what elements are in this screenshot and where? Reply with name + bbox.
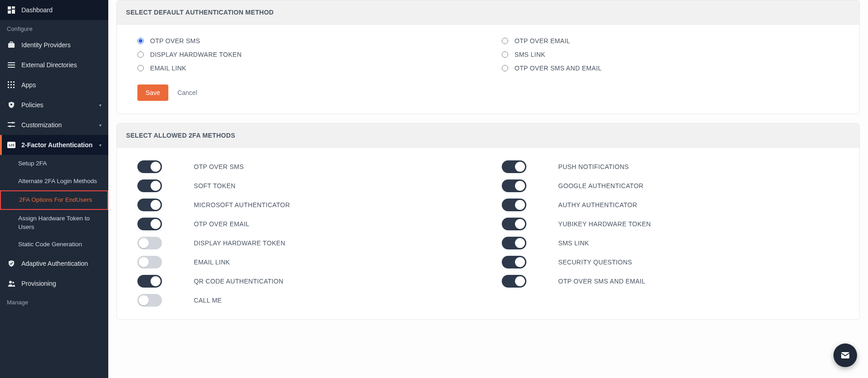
cancel-button[interactable]: Cancel (177, 89, 197, 96)
toggle-label: CALL ME (194, 297, 222, 304)
radio-email-link[interactable]: EMAIL LINK (137, 65, 474, 72)
chevron-down-icon: ▾ (99, 103, 101, 108)
sidebar-item-label: Customization (21, 121, 99, 129)
toggle-row: GOOGLE AUTHENTICATOR (502, 179, 839, 192)
radio-input[interactable] (502, 38, 508, 44)
save-button[interactable]: Save (137, 85, 168, 101)
sidebar-item-label: Provisioning (21, 280, 101, 287)
radio-label: DISPLAY HARDWARE TOKEN (150, 51, 242, 58)
toggle-label: SMS LINK (558, 239, 589, 247)
grid-icon (7, 80, 16, 90)
sliders-icon (7, 120, 16, 129)
card-title: SELECT ALLOWED 2FA METHODS (117, 124, 859, 148)
sidebar-sub-static-code-generation[interactable]: Static Code Generation (0, 236, 108, 254)
toggle-row: CALL ME (137, 294, 474, 307)
radio-input[interactable] (137, 38, 144, 44)
toggle-switch[interactable] (502, 275, 526, 288)
sidebar-item-external-directories[interactable]: External Directories (0, 55, 108, 75)
sidebar-item-dashboard[interactable]: Dashboard (0, 0, 108, 20)
toggle-row: OTP OVER SMS (137, 160, 474, 173)
radio-input[interactable] (137, 65, 144, 71)
toggle-switch[interactable] (502, 237, 526, 249)
sidebar-item-apps[interactable]: Apps (0, 75, 108, 95)
toggle-grid: OTP OVER SMSSOFT TOKENMICROSOFT AUTHENTI… (137, 160, 839, 307)
sidebar-sub-2fa-options-endusers[interactable]: 2FA Options For EndUsers (0, 190, 108, 210)
toggle-label: DISPLAY HARDWARE TOKEN (194, 239, 285, 247)
toggle-label: PUSH NOTIFICATIONS (558, 163, 629, 170)
radio-sms-link[interactable]: SMS LINK (502, 51, 839, 58)
chevron-down-icon: ▾ (99, 143, 101, 148)
toggle-switch[interactable] (137, 218, 162, 230)
radio-input[interactable] (502, 51, 508, 58)
radio-input[interactable] (137, 51, 144, 58)
sidebar-sub-setup-2fa[interactable]: Setup 2FA (0, 155, 108, 173)
svg-point-24 (9, 125, 11, 127)
radio-otp-email[interactable]: OTP OVER EMAIL (502, 37, 839, 45)
toggle-row: OTP OVER EMAIL (137, 218, 474, 230)
toggle-col-right: PUSH NOTIFICATIONSGOOGLE AUTHENTICATORAU… (502, 160, 839, 307)
toggle-switch[interactable] (137, 275, 162, 288)
sidebar-item-label: Dashboard (21, 6, 101, 14)
toggle-row: OTP OVER SMS AND EMAIL (502, 275, 839, 288)
toggle-switch[interactable] (502, 199, 526, 211)
radio-input[interactable] (502, 65, 508, 71)
shield-check-icon (7, 259, 16, 268)
svg-rect-16 (10, 87, 12, 88)
toggle-row: MICROSOFT AUTHENTICATOR (137, 199, 474, 211)
svg-rect-5 (8, 43, 15, 48)
sidebar-item-2fa[interactable]: 123 2-Factor Authentication ▾ (0, 135, 108, 155)
radio-label: OTP OVER EMAIL (515, 37, 570, 45)
users-icon (7, 279, 16, 288)
sidebar-section-manage: Manage (0, 293, 108, 308)
radio-label: SMS LINK (515, 51, 545, 58)
svg-rect-4 (10, 42, 13, 43)
message-fab-button[interactable] (833, 343, 857, 367)
radio-otp-sms[interactable]: OTP OVER SMS (137, 37, 474, 45)
main-content: SELECT DEFAULT AUTHENTICATION METHOD OTP… (108, 0, 868, 378)
sidebar-item-identity-providers[interactable]: Identity Providers (0, 35, 108, 55)
sidebar-item-label: 2-Factor Authentication (21, 141, 99, 149)
svg-text:123: 123 (8, 143, 15, 147)
sidebar-sub-alternate-login[interactable]: Alternate 2FA Login Methods (0, 173, 108, 190)
list-icon (7, 60, 16, 70)
badge-icon: 123 (7, 140, 16, 149)
toggle-label: EMAIL LINK (194, 259, 230, 266)
svg-rect-14 (13, 84, 15, 85)
toggle-switch[interactable] (502, 179, 526, 192)
card-body: OTP OVER SMS DISPLAY HARDWARE TOKEN EMAI… (117, 25, 859, 114)
radio-grid: OTP OVER SMS DISPLAY HARDWARE TOKEN EMAI… (137, 37, 839, 72)
svg-point-27 (9, 281, 12, 284)
toggle-label: SOFT TOKEN (194, 182, 236, 189)
sidebar-item-customization[interactable]: Customization ▾ (0, 115, 108, 135)
toggle-switch[interactable] (137, 237, 162, 249)
toggle-switch[interactable] (502, 218, 526, 230)
radio-display-hardware-token[interactable]: DISPLAY HARDWARE TOKEN (137, 51, 474, 58)
toggle-switch[interactable] (137, 179, 162, 192)
toggle-row: PUSH NOTIFICATIONS (502, 160, 839, 173)
toggle-switch[interactable] (137, 199, 162, 211)
briefcase-icon (7, 40, 16, 50)
sidebar-item-provisioning[interactable]: Provisioning (0, 274, 108, 293)
toggle-switch[interactable] (502, 160, 526, 173)
toggle-row: SECURITY QUESTIONS (502, 256, 839, 269)
toggle-switch[interactable] (137, 160, 162, 173)
toggle-switch[interactable] (137, 294, 162, 307)
sidebar-item-label: Apps (21, 81, 101, 89)
sidebar-item-adaptive-auth[interactable]: Adaptive Authentication (0, 254, 108, 274)
toggle-label: AUTHY AUTHENTICATOR (558, 201, 637, 209)
radio-otp-sms-email[interactable]: OTP OVER SMS AND EMAIL (502, 65, 839, 72)
toggle-label: OTP OVER EMAIL (194, 220, 249, 228)
svg-rect-19 (8, 122, 12, 123)
svg-rect-8 (8, 67, 15, 68)
svg-point-21 (12, 122, 14, 124)
toggle-label: YUBIKEY HARDWARE TOKEN (558, 220, 651, 228)
sidebar-sub-assign-hardware-token[interactable]: Assign Hardware Token to Users (0, 210, 108, 236)
sidebar-item-policies[interactable]: Policies ▾ (0, 95, 108, 115)
toggle-label: SECURITY QUESTIONS (558, 259, 632, 266)
action-row: Save Cancel (137, 85, 839, 101)
toggle-switch[interactable] (502, 256, 526, 269)
toggle-switch[interactable] (137, 256, 162, 269)
sidebar-item-label: External Directories (21, 61, 101, 69)
sidebar-item-label: Policies (21, 101, 99, 109)
toggle-row: SMS LINK (502, 237, 839, 249)
